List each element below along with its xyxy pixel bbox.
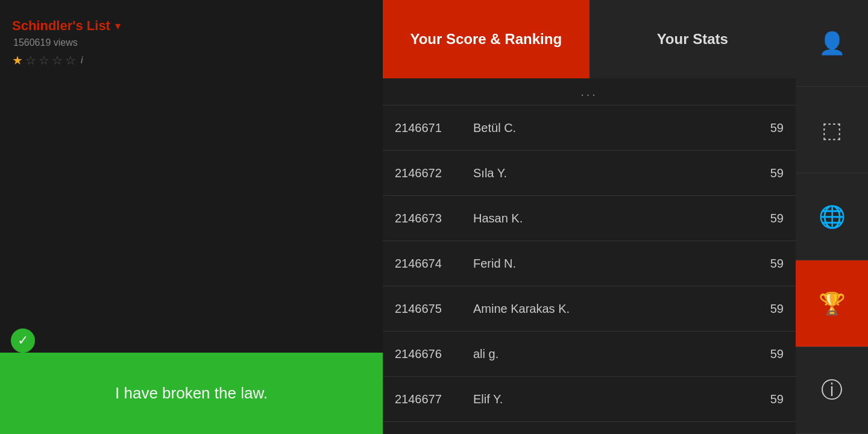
lb-user-name: Elif Y. — [473, 392, 747, 406]
lb-user-score: 59 — [747, 347, 784, 361]
lb-rank-number: 2146675 — [395, 302, 473, 316]
leaderboard-row: 2146675Amine Karakas K.59 — [383, 286, 796, 332]
sidebar-item-globe[interactable]: 🌐 — [796, 174, 868, 260]
ellipsis-text: ... — [580, 85, 598, 99]
leaderboard-row: 2146676ali g.59 — [383, 332, 796, 377]
lb-user-name: Ferid N. — [473, 257, 747, 271]
layers-icon: ⬚ — [822, 118, 842, 143]
lb-rank-number: 2146673 — [395, 212, 473, 225]
lb-rank-number: 2146672 — [395, 166, 473, 180]
star-1-icon[interactable]: ★ — [12, 53, 23, 68]
stars-row: ★ ☆ ☆ ☆ ☆ i — [12, 53, 371, 68]
globe-icon: 🌐 — [819, 204, 846, 230]
check-icon-area: ✓ — [11, 329, 35, 353]
ellipsis-row: ... — [383, 78, 796, 105]
views-count: 1560619 views — [12, 37, 371, 48]
lb-user-score: 59 — [747, 257, 784, 271]
lb-user-name: Sıla Y. — [473, 166, 747, 180]
leaderboard-row: 2146672Sıla Y.59 — [383, 151, 796, 196]
leaderboard-row: 2146674Ferid N.59 — [383, 241, 796, 286]
lb-user-score: 59 — [747, 212, 784, 225]
leaderboard-row: 2146671Betül C.59 — [383, 105, 796, 151]
tab-stats-label: Your Stats — [657, 31, 728, 48]
lb-user-score: 59 — [747, 392, 784, 406]
lb-rank-number: 2146674 — [395, 257, 473, 271]
lb-rank-number: 2146676 — [395, 347, 473, 361]
star-5-icon[interactable]: ☆ — [65, 53, 76, 68]
star-2-icon[interactable]: ☆ — [25, 53, 36, 68]
lb-rank-number: 2146677 — [395, 392, 473, 406]
lb-user-name: Betül C. — [473, 121, 747, 135]
person-icon: 👤 — [819, 31, 846, 56]
right-sidebar: 👤 ⬚ 🌐 🏆 ⓘ — [796, 0, 868, 434]
leaderboard-list: 2146671Betül C.592146672Sıla Y.592146673… — [383, 105, 796, 434]
lb-user-name: ali g. — [473, 347, 747, 361]
lb-user-score: 59 — [747, 121, 784, 135]
answer-area: ✓ I have broken the law. — [0, 353, 383, 434]
tabs-row: Your Score & Ranking Your Stats — [383, 0, 796, 78]
info-icon[interactable]: i — [81, 55, 83, 66]
left-panel: Schindler's List ▾ 1560619 views ★ ☆ ☆ ☆… — [0, 0, 383, 434]
answer-text: I have broken the law. — [115, 384, 268, 403]
lb-user-score: 59 — [747, 302, 784, 316]
leaderboard-row: 2146673Hasan K.59 — [383, 196, 796, 241]
checkmark-icon: ✓ — [17, 333, 28, 348]
tab-score-label: Your Score & Ranking — [410, 31, 562, 48]
lb-user-score: 59 — [747, 166, 784, 180]
middle-panel: Your Score & Ranking Your Stats ... 2146… — [383, 0, 796, 434]
tab-score-ranking[interactable]: Your Score & Ranking — [383, 0, 590, 78]
star-3-icon[interactable]: ☆ — [39, 53, 49, 68]
sidebar-item-trophy[interactable]: 🏆 — [796, 260, 868, 347]
lb-rank-number: 2146671 — [395, 121, 473, 135]
info-circle-icon: ⓘ — [821, 376, 843, 405]
dropdown-arrow-icon[interactable]: ▾ — [115, 19, 121, 33]
leaderboard-row: 2146677Elif Y.59 — [383, 377, 796, 422]
movie-title[interactable]: Schindler's List — [12, 18, 110, 34]
sidebar-item-info[interactable]: ⓘ — [796, 347, 868, 434]
movie-title-area: Schindler's List ▾ 1560619 views ★ ☆ ☆ ☆… — [0, 0, 383, 74]
lb-user-name: Amine Karakas K. — [473, 302, 747, 316]
lb-user-name: Hasan K. — [473, 212, 747, 225]
trophy-icon: 🏆 — [819, 291, 846, 316]
sidebar-item-layers[interactable]: ⬚ — [796, 87, 868, 174]
answer-box[interactable]: I have broken the law. — [0, 353, 383, 434]
sidebar-item-profile[interactable]: 👤 — [796, 0, 868, 87]
tab-your-stats[interactable]: Your Stats — [590, 0, 796, 78]
star-4-icon[interactable]: ☆ — [52, 53, 63, 68]
